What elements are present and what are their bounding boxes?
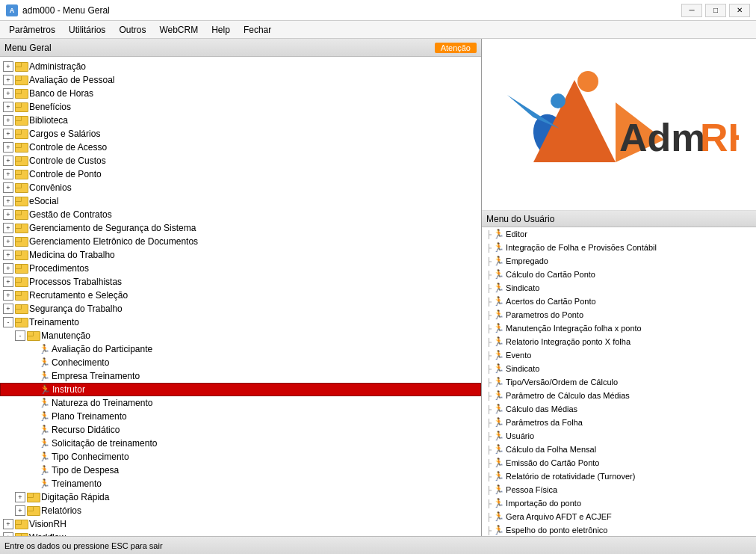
tree-item-plano[interactable]: 🏃 Plano Treinamento — [0, 410, 481, 423]
expand-icon[interactable]: + — [3, 532, 13, 536]
tree-item-tipo-conhecimento[interactable]: 🏃 Tipo Conhecimento — [0, 450, 481, 464]
user-menu-parametros-folha[interactable]: ├ 🏃 Parâmetros da Folha — [482, 416, 756, 429]
user-menu-header: Menu do Usuário — [482, 211, 756, 227]
maximize-button[interactable]: □ — [705, 4, 726, 17]
folder-icon — [15, 520, 27, 529]
user-menu-sindicato[interactable]: ├ 🏃 Sindicato — [482, 281, 756, 295]
user-menu-parametro-medias[interactable]: ├ 🏃 Parâmetro de Cálculo das Médias — [482, 389, 756, 402]
user-menu-calculo-medias[interactable]: ├ 🏃 Cálculo das Médias — [482, 402, 756, 416]
tree-item-beneficios[interactable]: + Benefícios — [0, 100, 481, 114]
tree-item-workflow[interactable]: + Workflow — [0, 531, 481, 536]
menu-fechar[interactable]: Fechar — [238, 23, 277, 37]
tree-item-avaliacao-pessoal[interactable]: + Avaliação de Pessoal — [0, 73, 481, 87]
user-menu-tipo-versao[interactable]: ├ 🏃 Tipo/Versão/Ordem de Cálculo — [482, 375, 756, 389]
tree-item-recrutamento[interactable]: + Recrutamento e Seleção — [0, 289, 481, 302]
expand-icon[interactable]: + — [3, 102, 13, 112]
expand-icon[interactable]: + — [3, 156, 13, 166]
user-menu-importacao[interactable]: ├ 🏃 Importação do ponto — [482, 496, 756, 510]
tree-item-avaliacao-participante[interactable]: 🏃 Avaliação do Participante — [0, 342, 481, 356]
tree-item-recurso[interactable]: 🏃 Recurso Didático — [0, 423, 481, 437]
tree-item-relatorios[interactable]: + Relatórios — [0, 504, 481, 517]
user-menu-pessoa-fisica[interactable]: ├ 🏃 Pessoa Física — [482, 483, 756, 496]
expand-icon[interactable]: + — [3, 250, 13, 260]
expand-icon[interactable]: + — [3, 182, 13, 193]
expand-icon[interactable]: + — [3, 115, 13, 126]
user-menu-editor[interactable]: ├ 🏃 Editor — [482, 227, 756, 241]
expand-icon[interactable]: + — [3, 304, 13, 314]
user-menu-sindicato2[interactable]: ├ 🏃 Sindicato — [482, 362, 756, 375]
tree-item-manutencao[interactable]: - Manutenção — [0, 329, 481, 342]
tree-item-biblioteca[interactable]: + Biblioteca — [0, 114, 481, 127]
expand-icon[interactable]: + — [3, 129, 13, 139]
tree-item-treinamento[interactable]: - Treinamento — [0, 316, 481, 329]
user-menu-manutencao-integracao[interactable]: ├ 🏃 Manutenção Integração folha x ponto — [482, 321, 756, 335]
tree-item-gestao-contratos[interactable]: + Gestão de Contratos — [0, 208, 481, 221]
expand-icon[interactable]: + — [3, 209, 13, 220]
tree-item-empresa-treinamento[interactable]: 🏃 Empresa Treinamento — [0, 369, 481, 383]
tree-item-processos[interactable]: + Processos Trabalhistas — [0, 275, 481, 289]
expand-icon[interactable]: + — [3, 142, 13, 153]
menu-label: Importação do ponto — [506, 499, 581, 508]
expand-icon[interactable]: + — [3, 223, 13, 233]
tree-item-controle-ponto[interactable]: + Controle de Ponto — [0, 167, 481, 181]
menu-webcrm[interactable]: WebCRM — [153, 23, 204, 37]
expand-icon[interactable]: + — [15, 492, 25, 502]
user-menu-rotatividade[interactable]: ├ 🏃 Relatório de rotatividade (Turnover) — [482, 470, 756, 483]
tree-label: Treinamento — [29, 317, 79, 327]
tree-item-seguranca[interactable]: + Segurança do Trabalho — [0, 302, 481, 316]
tree-item-natureza[interactable]: 🏃 Natureza do Treinamento — [0, 396, 481, 410]
expand-icon[interactable]: + — [3, 196, 13, 206]
tree-item-instrutor[interactable]: 🏃 Instrutor — [0, 383, 481, 396]
tree-item-gerenciamento-seguranca[interactable]: + Gerenciamento de Segurança do Sistema — [0, 221, 481, 235]
tree-label: Avaliação de Pessoal — [29, 75, 115, 85]
expand-icon[interactable]: - — [3, 317, 13, 327]
tree-label: Processos Trabalhistas — [29, 277, 122, 287]
expand-icon[interactable]: + — [3, 277, 13, 287]
tree-container[interactable]: + Administração + Avaliação de Pessoal +… — [0, 57, 481, 536]
user-menu-usuario[interactable]: ├ 🏃 Usuário — [482, 429, 756, 443]
expand-icon[interactable]: + — [3, 236, 13, 247]
tree-item-conhecimento[interactable]: 🏃 Conhecimento — [0, 356, 481, 369]
user-menu-espelho[interactable]: ├ 🏃 Espelho do ponto eletrônico — [482, 523, 756, 536]
minimize-button[interactable]: ─ — [681, 4, 702, 17]
tree-item-cargos-salarios[interactable]: + Cargos e Salários — [0, 127, 481, 141]
tree-item-digitacao-rapida[interactable]: + Digitação Rápida — [0, 490, 481, 504]
user-menu-calculo-folha-mensal[interactable]: ├ 🏃 Cálculo da Folha Mensal — [482, 443, 756, 456]
tree-item-controle-acesso[interactable]: + Controle de Acesso — [0, 141, 481, 154]
menu-utilitarios[interactable]: Utilitários — [63, 23, 111, 37]
user-menu-emissao-cartao[interactable]: ├ 🏃 Emissão do Cartão Ponto — [482, 456, 756, 470]
expand-icon[interactable]: + — [15, 505, 25, 516]
expand-icon[interactable]: + — [3, 88, 13, 99]
tree-item-treinamento-sub[interactable]: 🏃 Treinamento — [0, 477, 481, 490]
user-menu-empregado[interactable]: ├ 🏃 Empregado — [482, 254, 756, 268]
expand-icon[interactable]: + — [3, 75, 13, 85]
expand-icon[interactable]: + — [3, 61, 13, 72]
menu-outros[interactable]: Outros — [113, 23, 152, 37]
user-menu-parametros-ponto[interactable]: ├ 🏃 Parametros do Ponto — [482, 308, 756, 321]
tree-item-administracao[interactable]: + Administração — [0, 60, 481, 73]
expand-icon[interactable]: - — [15, 330, 25, 341]
expand-icon[interactable]: + — [3, 519, 13, 529]
tree-item-procedimentos[interactable]: + Procedimentos — [0, 262, 481, 275]
user-menu-relatorio-integracao[interactable]: ├ 🏃 Relatorio Integração ponto X folha — [482, 335, 756, 348]
tree-item-tipo-despesa[interactable]: 🏃 Tipo de Despesa — [0, 464, 481, 477]
menu-help[interactable]: Help — [205, 23, 236, 37]
tree-item-solicitacao[interactable]: 🏃 Solicitação de treinamento — [0, 437, 481, 450]
expand-icon[interactable]: + — [3, 169, 13, 179]
tree-item-visionrh[interactable]: + VisionRH — [0, 517, 481, 531]
tree-item-controle-custos[interactable]: + Controle de Custos — [0, 154, 481, 167]
user-menu-evento[interactable]: ├ 🏃 Evento — [482, 348, 756, 362]
tree-item-gerenciamento-eletronico[interactable]: + Gerenciamento Eletrônico de Documentos — [0, 235, 481, 248]
user-menu-integracao-folha[interactable]: ├ 🏃 Integração de Folha e Provisões Cont… — [482, 241, 756, 254]
user-menu-gera-arquivo[interactable]: ├ 🏃 Gera Arquivo AFDT e ACJEF — [482, 510, 756, 523]
tree-item-banco-horas[interactable]: + Banco de Horas — [0, 87, 481, 100]
expand-icon[interactable]: + — [3, 263, 13, 274]
tree-item-esocial[interactable]: + eSocial — [0, 194, 481, 208]
user-menu-calculo-cartao[interactable]: ├ 🏃 Cálculo do Cartão Ponto — [482, 268, 756, 281]
menu-parametros[interactable]: Parâmetros — [3, 23, 61, 37]
tree-item-convenios[interactable]: + Convênios — [0, 181, 481, 194]
close-button[interactable]: ✕ — [729, 4, 750, 17]
tree-item-medicina[interactable]: + Medicina do Trabalho — [0, 248, 481, 262]
expand-icon[interactable]: + — [3, 290, 13, 301]
user-menu-acertos[interactable]: ├ 🏃 Acertos do Cartão Ponto — [482, 295, 756, 308]
